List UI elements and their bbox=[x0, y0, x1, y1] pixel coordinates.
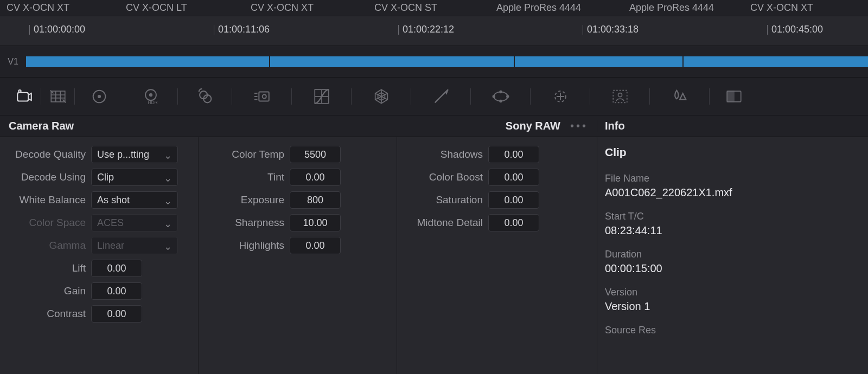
tracker-icon[interactable] bbox=[531, 85, 590, 108]
codec-tab[interactable]: CV X-OCN ST bbox=[370, 0, 492, 16]
params-col-3: Shadows 0.00 Color Boost 0.00 Saturation… bbox=[397, 137, 596, 374]
white-balance-label: White Balance bbox=[5, 194, 91, 206]
magic-mask-icon[interactable] bbox=[590, 85, 650, 108]
lift-label: Lift bbox=[5, 262, 91, 274]
svg-rect-40 bbox=[727, 91, 734, 102]
svg-point-12 bbox=[150, 94, 152, 96]
midtone-detail-label: Midtone Detail bbox=[403, 217, 488, 229]
key-icon[interactable] bbox=[710, 85, 758, 108]
color-space-dropdown: ACES ⌄ bbox=[91, 214, 178, 231]
camera-raw-params: Decode Quality Use p...tting ⌄ Decode Us… bbox=[0, 137, 597, 374]
chevron-down-icon: ⌄ bbox=[164, 218, 172, 230]
gamma-dropdown: Linear ⌄ bbox=[91, 237, 178, 254]
more-options-icon[interactable]: ••• bbox=[570, 120, 588, 132]
track-v1: V1 bbox=[0, 46, 868, 78]
clip[interactable] bbox=[684, 56, 868, 67]
sharpness-label: Sharpness bbox=[204, 217, 290, 229]
midtone-detail-input[interactable]: 0.00 bbox=[488, 214, 539, 231]
saturation-label: Saturation bbox=[403, 194, 488, 206]
motion-effects-icon[interactable] bbox=[232, 85, 292, 108]
hdr-wheels-icon[interactable]: HDR bbox=[124, 85, 178, 108]
info-panel-title: Info bbox=[605, 120, 625, 132]
codec-tab[interactable]: CV X-OCN LT bbox=[122, 0, 246, 16]
shadows-input[interactable]: 0.00 bbox=[488, 146, 539, 163]
duration-label: Duration bbox=[605, 249, 860, 260]
window-icon[interactable] bbox=[471, 85, 531, 108]
ruler-tick: 01:00:33:18 bbox=[587, 24, 639, 35]
blur-sharpen-icon[interactable] bbox=[650, 85, 710, 108]
svg-point-38 bbox=[618, 93, 622, 96]
svg-text:HDR: HDR bbox=[148, 100, 157, 105]
timeline-ruler[interactable]: 01:00:00:00 01:00:11:06 01:00:22:12 01:0… bbox=[0, 16, 868, 46]
sharpness-input[interactable]: 10.00 bbox=[290, 214, 341, 231]
saturation-input[interactable]: 0.00 bbox=[488, 191, 539, 209]
wheels-icon[interactable] bbox=[75, 85, 124, 108]
camera-raw-icon[interactable] bbox=[8, 85, 41, 108]
codec-tab[interactable]: CV X-OCN XT bbox=[2, 0, 122, 16]
gain-label: Gain bbox=[5, 285, 91, 297]
clip[interactable] bbox=[26, 56, 269, 67]
color-space-label: Color Space bbox=[5, 217, 91, 229]
highlights-input[interactable]: 0.00 bbox=[290, 237, 341, 254]
codec-tab[interactable]: CV X-OCN XT bbox=[746, 0, 818, 16]
source-res-label: Source Res bbox=[605, 325, 860, 336]
params-col-2: Color Temp 5500 Tint 0.00 Exposure 800 S… bbox=[199, 137, 397, 374]
svg-point-17 bbox=[263, 94, 266, 98]
svg-point-31 bbox=[507, 95, 508, 97]
decode-quality-dropdown[interactable]: Use p...tting ⌄ bbox=[91, 146, 178, 163]
exposure-input[interactable]: 800 bbox=[290, 191, 341, 209]
contrast-label: Contrast bbox=[5, 308, 91, 320]
ruler-tick: 01:00:22:12 bbox=[403, 24, 454, 35]
info-panel: Clip File Name A001C062_220621X1.mxf Sta… bbox=[597, 137, 868, 374]
params-col-1: Decode Quality Use p...tting ⌄ Decode Us… bbox=[0, 137, 199, 374]
codec-tab[interactable]: Apple ProRes 4444 bbox=[492, 0, 625, 16]
svg-point-32 bbox=[500, 91, 501, 92]
raw-codec-label[interactable]: Sony RAW bbox=[506, 120, 560, 132]
version-value: Version 1 bbox=[605, 300, 860, 313]
ruler-tick: 01:00:45:00 bbox=[771, 24, 823, 35]
file-name-label: File Name bbox=[605, 173, 860, 184]
clip-heading: Clip bbox=[605, 146, 860, 159]
main-area: Decode Quality Use p...tting ⌄ Decode Us… bbox=[0, 137, 868, 374]
rgb-mixer-icon[interactable] bbox=[178, 85, 232, 108]
tint-label: Tint bbox=[204, 171, 290, 183]
decode-quality-label: Decode Quality bbox=[5, 149, 91, 160]
camera-raw-title: Camera Raw bbox=[9, 120, 74, 132]
curves-icon[interactable] bbox=[292, 85, 352, 108]
codec-tabs: CV X-OCN XT CV X-OCN LT CV X-OCN XT CV X… bbox=[0, 0, 868, 16]
svg-rect-16 bbox=[259, 92, 269, 101]
decode-using-dropdown[interactable]: Clip ⌄ bbox=[91, 169, 178, 186]
gamma-label: Gamma bbox=[5, 240, 91, 252]
color-checker-icon[interactable] bbox=[41, 85, 75, 108]
track-label[interactable]: V1 bbox=[0, 57, 26, 67]
track-clips[interactable] bbox=[26, 56, 868, 67]
tint-input[interactable]: 0.00 bbox=[290, 169, 341, 186]
ruler-tick: 01:00:11:06 bbox=[218, 24, 270, 35]
svg-point-10 bbox=[98, 95, 100, 97]
qualifier-icon[interactable] bbox=[411, 85, 471, 108]
clip[interactable] bbox=[270, 56, 513, 67]
chevron-down-icon: ⌄ bbox=[164, 241, 172, 253]
contrast-input[interactable]: 0.00 bbox=[91, 305, 142, 323]
clip[interactable] bbox=[515, 56, 682, 67]
highlights-label: Highlights bbox=[204, 240, 290, 252]
ruler-tick: 01:00:00:00 bbox=[34, 24, 85, 35]
svg-point-30 bbox=[493, 95, 495, 97]
lift-input[interactable]: 0.00 bbox=[91, 260, 142, 277]
codec-tab[interactable]: Apple ProRes 4444 bbox=[625, 0, 746, 16]
chevron-down-icon: ⌄ bbox=[164, 150, 172, 162]
file-name-value: A001C062_220621X1.mxf bbox=[605, 186, 860, 199]
duration-value: 00:00:15:00 bbox=[605, 262, 860, 275]
color-temp-input[interactable]: 5500 bbox=[290, 146, 341, 163]
color-warper-icon[interactable] bbox=[352, 85, 411, 108]
color-boost-input[interactable]: 0.00 bbox=[488, 169, 539, 186]
chevron-down-icon: ⌄ bbox=[164, 195, 172, 207]
color-page-toolbar: HDR bbox=[0, 78, 868, 115]
white-balance-dropdown[interactable]: As shot ⌄ bbox=[91, 191, 178, 209]
codec-tab[interactable]: CV X-OCN XT bbox=[246, 0, 370, 16]
color-boost-label: Color Boost bbox=[403, 171, 488, 183]
gain-input[interactable]: 0.00 bbox=[91, 282, 142, 300]
svg-rect-0 bbox=[17, 92, 28, 101]
decode-using-label: Decode Using bbox=[5, 171, 91, 183]
shadows-label: Shadows bbox=[403, 149, 488, 160]
